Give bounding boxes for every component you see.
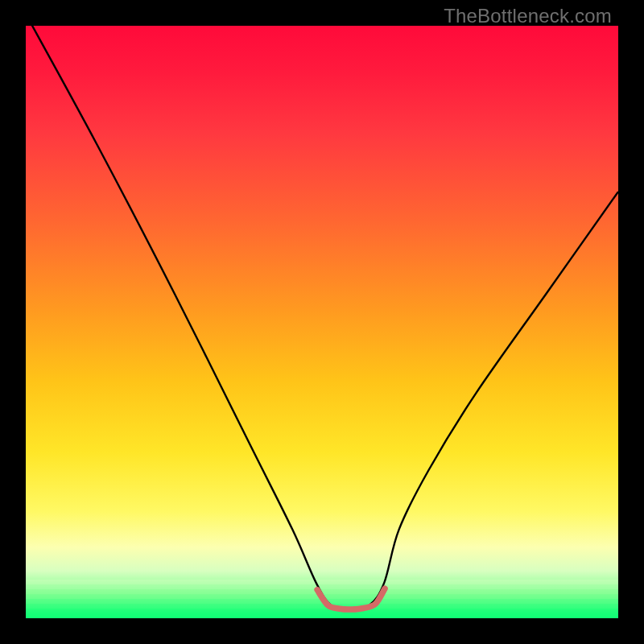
plot-area [26, 26, 618, 618]
chart-frame: TheBottleneck.com [0, 0, 644, 644]
bottleneck-curve [26, 26, 618, 609]
watermark-text: TheBottleneck.com [444, 5, 612, 27]
curve-svg [26, 26, 618, 618]
